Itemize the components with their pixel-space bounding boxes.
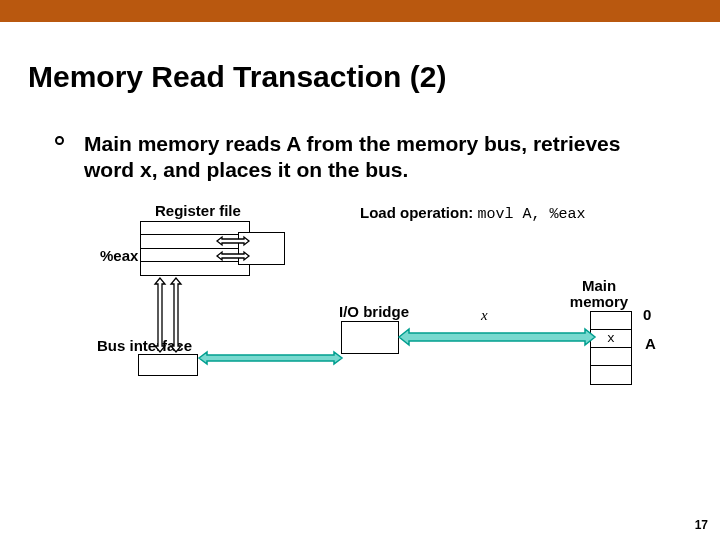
- page-number: 17: [695, 518, 708, 532]
- diagram-svg: [0, 0, 720, 540]
